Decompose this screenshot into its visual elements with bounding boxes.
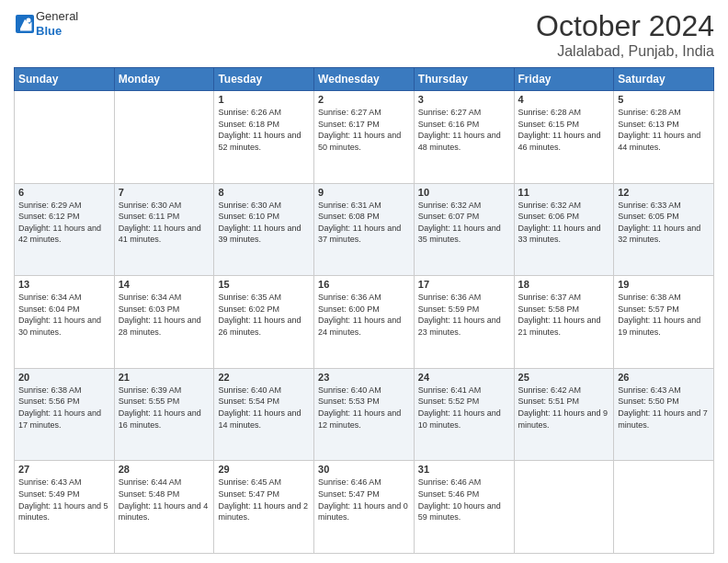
calendar-cell: 12Sunrise: 6:33 AMSunset: 6:05 PMDayligh…: [614, 183, 714, 276]
calendar-cell: 16Sunrise: 6:36 AMSunset: 6:00 PMDayligh…: [314, 276, 415, 369]
day-info: Sunrise: 6:27 AMSunset: 6:16 PMDaylight:…: [418, 107, 510, 153]
title-block: October 2024 Jalalabad, Punjab, India: [536, 9, 714, 60]
day-number: 13: [18, 279, 110, 290]
calendar-title: October 2024: [536, 9, 714, 43]
calendar-cell: [15, 91, 115, 184]
calendar-cell: 5Sunrise: 6:28 AMSunset: 6:13 PMDaylight…: [614, 91, 714, 184]
calendar-cell: 10Sunrise: 6:32 AMSunset: 6:07 PMDayligh…: [414, 183, 514, 276]
day-number: 8: [218, 187, 310, 198]
day-info: Sunrise: 6:38 AMSunset: 5:57 PMDaylight:…: [618, 292, 710, 338]
day-info: Sunrise: 6:36 AMSunset: 5:59 PMDaylight:…: [418, 292, 510, 338]
calendar-cell: 30Sunrise: 6:46 AMSunset: 5:47 PMDayligh…: [314, 461, 415, 554]
calendar-cell: 3Sunrise: 6:27 AMSunset: 6:16 PMDaylight…: [414, 91, 514, 184]
day-number: 24: [418, 372, 510, 383]
day-number: 31: [418, 464, 510, 475]
calendar-cell: 14Sunrise: 6:34 AMSunset: 6:03 PMDayligh…: [114, 276, 214, 369]
calendar-cell: 7Sunrise: 6:30 AMSunset: 6:11 PMDaylight…: [114, 183, 214, 276]
day-number: 14: [119, 279, 210, 290]
day-info: Sunrise: 6:27 AMSunset: 6:17 PMDaylight:…: [318, 107, 410, 153]
calendar-cell: 8Sunrise: 6:30 AMSunset: 6:10 PMDaylight…: [214, 183, 314, 276]
logo-icon: [16, 15, 34, 33]
day-info: Sunrise: 6:40 AMSunset: 5:54 PMDaylight:…: [218, 385, 310, 431]
day-number: 25: [518, 372, 610, 383]
day-number: 9: [318, 187, 410, 198]
column-header-tuesday: Tuesday: [214, 68, 314, 91]
column-header-thursday: Thursday: [414, 68, 514, 91]
day-number: 2: [318, 94, 410, 105]
calendar-week-row: 27Sunrise: 6:43 AMSunset: 5:49 PMDayligh…: [15, 461, 714, 554]
calendar-cell: 25Sunrise: 6:42 AMSunset: 5:51 PMDayligh…: [514, 368, 614, 461]
day-number: 1: [218, 94, 310, 105]
day-info: Sunrise: 6:26 AMSunset: 6:18 PMDaylight:…: [218, 107, 310, 153]
day-number: 19: [618, 279, 710, 290]
day-info: Sunrise: 6:32 AMSunset: 6:06 PMDaylight:…: [518, 200, 610, 246]
day-number: 15: [218, 279, 310, 290]
day-number: 10: [418, 187, 510, 198]
calendar-cell: 24Sunrise: 6:41 AMSunset: 5:52 PMDayligh…: [414, 368, 514, 461]
column-header-sunday: Sunday: [15, 68, 115, 91]
logo-general: General: [36, 9, 78, 24]
column-header-monday: Monday: [114, 68, 214, 91]
calendar-cell: 27Sunrise: 6:43 AMSunset: 5:49 PMDayligh…: [15, 461, 115, 554]
calendar-cell: 13Sunrise: 6:34 AMSunset: 6:04 PMDayligh…: [15, 276, 115, 369]
day-number: 23: [318, 372, 410, 383]
day-info: Sunrise: 6:45 AMSunset: 5:47 PMDaylight:…: [218, 477, 310, 523]
column-header-wednesday: Wednesday: [314, 68, 415, 91]
calendar-cell: 23Sunrise: 6:40 AMSunset: 5:53 PMDayligh…: [314, 368, 415, 461]
day-number: 4: [518, 94, 610, 105]
calendar-cell: 9Sunrise: 6:31 AMSunset: 6:08 PMDaylight…: [314, 183, 415, 276]
day-number: 30: [318, 464, 410, 475]
day-number: 28: [119, 464, 210, 475]
day-info: Sunrise: 6:31 AMSunset: 6:08 PMDaylight:…: [318, 200, 410, 246]
calendar-cell: 11Sunrise: 6:32 AMSunset: 6:06 PMDayligh…: [514, 183, 614, 276]
calendar-header-row: SundayMondayTuesdayWednesdayThursdayFrid…: [15, 68, 714, 91]
day-number: 21: [119, 372, 210, 383]
day-number: 27: [18, 464, 110, 475]
day-info: Sunrise: 6:36 AMSunset: 6:00 PMDaylight:…: [318, 292, 410, 338]
day-info: Sunrise: 6:42 AMSunset: 5:51 PMDaylight:…: [518, 385, 610, 431]
svg-point-2: [27, 17, 31, 22]
day-info: Sunrise: 6:43 AMSunset: 5:50 PMDaylight:…: [618, 385, 710, 431]
calendar-week-row: 13Sunrise: 6:34 AMSunset: 6:04 PMDayligh…: [15, 276, 714, 369]
day-info: Sunrise: 6:40 AMSunset: 5:53 PMDaylight:…: [318, 385, 410, 431]
calendar-cell: 22Sunrise: 6:40 AMSunset: 5:54 PMDayligh…: [214, 368, 314, 461]
calendar-cell: [514, 461, 614, 554]
header: General Blue October 2024 Jalalabad, Pun…: [14, 9, 714, 60]
column-header-saturday: Saturday: [614, 68, 714, 91]
calendar-week-row: 20Sunrise: 6:38 AMSunset: 5:56 PMDayligh…: [15, 368, 714, 461]
logo-blue: Blue: [36, 24, 78, 39]
day-info: Sunrise: 6:33 AMSunset: 6:05 PMDaylight:…: [618, 200, 710, 246]
day-info: Sunrise: 6:28 AMSunset: 6:15 PMDaylight:…: [518, 107, 610, 153]
calendar-cell: 31Sunrise: 6:46 AMSunset: 5:46 PMDayligh…: [414, 461, 514, 554]
day-number: 12: [618, 187, 710, 198]
calendar-cell: 26Sunrise: 6:43 AMSunset: 5:50 PMDayligh…: [614, 368, 714, 461]
calendar-cell: 21Sunrise: 6:39 AMSunset: 5:55 PMDayligh…: [114, 368, 214, 461]
day-info: Sunrise: 6:46 AMSunset: 5:47 PMDaylight:…: [318, 477, 410, 523]
day-info: Sunrise: 6:37 AMSunset: 5:58 PMDaylight:…: [518, 292, 610, 338]
day-number: 29: [218, 464, 310, 475]
day-info: Sunrise: 6:43 AMSunset: 5:49 PMDaylight:…: [18, 477, 110, 523]
day-number: 20: [18, 372, 110, 383]
calendar-week-row: 6Sunrise: 6:29 AMSunset: 6:12 PMDaylight…: [15, 183, 714, 276]
calendar-table: SundayMondayTuesdayWednesdayThursdayFrid…: [14, 67, 714, 554]
day-info: Sunrise: 6:34 AMSunset: 6:04 PMDaylight:…: [18, 292, 110, 338]
day-info: Sunrise: 6:44 AMSunset: 5:48 PMDaylight:…: [119, 477, 210, 523]
calendar-subtitle: Jalalabad, Punjab, India: [536, 43, 714, 60]
calendar-cell: 28Sunrise: 6:44 AMSunset: 5:48 PMDayligh…: [114, 461, 214, 554]
calendar-cell: 19Sunrise: 6:38 AMSunset: 5:57 PMDayligh…: [614, 276, 714, 369]
calendar-cell: 2Sunrise: 6:27 AMSunset: 6:17 PMDaylight…: [314, 91, 415, 184]
calendar-week-row: 1Sunrise: 6:26 AMSunset: 6:18 PMDaylight…: [15, 91, 714, 184]
logo-text: General Blue: [36, 9, 78, 38]
day-number: 5: [618, 94, 710, 105]
logo: General Blue: [14, 9, 78, 38]
day-number: 11: [518, 187, 610, 198]
calendar-cell: 29Sunrise: 6:45 AMSunset: 5:47 PMDayligh…: [214, 461, 314, 554]
calendar-cell: 18Sunrise: 6:37 AMSunset: 5:58 PMDayligh…: [514, 276, 614, 369]
calendar-cell: 1Sunrise: 6:26 AMSunset: 6:18 PMDaylight…: [214, 91, 314, 184]
day-info: Sunrise: 6:35 AMSunset: 6:02 PMDaylight:…: [218, 292, 310, 338]
day-info: Sunrise: 6:30 AMSunset: 6:11 PMDaylight:…: [119, 200, 210, 246]
calendar-cell: 15Sunrise: 6:35 AMSunset: 6:02 PMDayligh…: [214, 276, 314, 369]
day-info: Sunrise: 6:39 AMSunset: 5:55 PMDaylight:…: [119, 385, 210, 431]
day-info: Sunrise: 6:30 AMSunset: 6:10 PMDaylight:…: [218, 200, 310, 246]
day-number: 7: [119, 187, 210, 198]
